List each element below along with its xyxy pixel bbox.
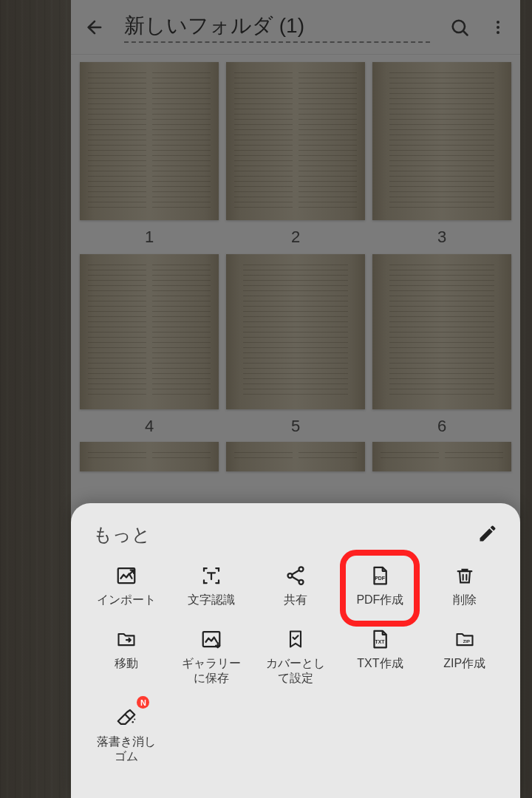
pdf-file-icon: PDF	[366, 563, 393, 588]
page-title[interactable]: 新しいフォルダ (1)	[124, 12, 430, 43]
move-button[interactable]: 移動	[84, 622, 168, 690]
sheet-item-label: 共有	[284, 593, 307, 607]
search-icon[interactable]	[449, 17, 470, 38]
sheet-item-label: ギャラリー に保存	[182, 656, 241, 686]
page-thumbnail	[372, 442, 511, 471]
thumbnail-label: 1	[145, 228, 154, 247]
thumbnail-item[interactable]	[372, 442, 511, 471]
thumbnail-label: 6	[437, 417, 446, 436]
thumbnail-label: 3	[437, 228, 446, 247]
page-thumbnail	[226, 62, 365, 220]
svg-point-7	[299, 580, 303, 584]
ocr-icon	[198, 563, 225, 588]
sheet-item-label: カバーとし て設定	[266, 656, 325, 686]
svg-point-5	[299, 567, 303, 571]
thumbnail-item[interactable]: 5	[226, 254, 365, 436]
sheet-title: もっと	[93, 522, 151, 547]
new-badge: N	[137, 696, 149, 709]
thumbnail-label: 4	[145, 417, 154, 436]
share-icon	[282, 563, 309, 588]
page-thumbnail	[226, 442, 365, 471]
image-download-icon	[198, 627, 225, 652]
txt-create-button[interactable]: TXT TXT作成	[338, 622, 422, 690]
page-thumbnail	[80, 62, 219, 220]
more-vertical-icon[interactable]	[489, 17, 507, 38]
app-header: 新しいフォルダ (1)	[71, 0, 520, 55]
sheet-item-label: 落書き消し ゴム	[97, 734, 156, 764]
page-thumbnail	[226, 254, 365, 409]
thumbnail-item[interactable]: 6	[372, 254, 511, 436]
thumbnail-item[interactable]: 4	[80, 254, 219, 436]
sheet-item-label: PDF作成	[356, 593, 403, 607]
sheet-grid: インポート 文字認識 共有 PDF PDF作成 削除	[71, 553, 520, 774]
svg-point-2	[497, 26, 499, 29]
svg-point-1	[497, 21, 499, 24]
zip-create-button[interactable]: ZIP ZIP作成	[423, 622, 507, 690]
sheet-item-label: ZIP作成	[443, 656, 485, 671]
svg-point-3	[497, 31, 499, 34]
thumbnail-item[interactable]: 3	[372, 62, 511, 247]
thumbnail-item[interactable]	[80, 442, 219, 471]
eraser-button[interactable]: N 落書き消し ゴム	[84, 700, 168, 768]
page-thumbnail	[80, 254, 219, 409]
svg-text:PDF: PDF	[375, 576, 386, 581]
svg-point-6	[287, 573, 292, 578]
back-arrow-icon[interactable]	[84, 17, 105, 38]
thumbnail-item[interactable]: 1	[80, 62, 219, 247]
save-gallery-button[interactable]: ギャラリー に保存	[168, 622, 253, 690]
folder-move-icon	[113, 627, 140, 652]
sheet-header: もっと	[71, 503, 520, 553]
svg-text:TXT: TXT	[375, 639, 386, 644]
import-button[interactable]: インポート	[84, 559, 168, 612]
highlight-annotation	[340, 550, 420, 627]
share-button[interactable]: 共有	[253, 559, 338, 612]
bottom-sheet: もっと インポート 文字認識 共有 PDF	[71, 503, 520, 798]
sheet-item-label: 削除	[453, 593, 477, 607]
thumbnail-label: 2	[291, 228, 300, 247]
page-thumbnail	[372, 254, 511, 409]
sheet-item-label: インポート	[97, 593, 156, 607]
svg-point-0	[453, 20, 465, 32]
svg-point-13	[134, 719, 135, 720]
sheet-item-label: TXT作成	[357, 656, 403, 671]
thumbnail-item[interactable]: 2	[226, 62, 365, 247]
sheet-item-label: 文字認識	[188, 593, 235, 607]
thumbnail-grid: 1 2 3 4 5 6	[71, 55, 520, 479]
edit-pencil-icon[interactable]	[477, 523, 498, 547]
trash-icon	[451, 563, 478, 588]
txt-file-icon: TXT	[366, 627, 393, 652]
thumbnail-label: 5	[291, 417, 300, 436]
sheet-item-label: 移動	[115, 656, 138, 671]
page-thumbnail	[80, 442, 219, 471]
set-cover-button[interactable]: カバーとし て設定	[253, 622, 338, 690]
delete-button[interactable]: 削除	[423, 559, 507, 612]
thumbnail-item[interactable]	[226, 442, 365, 471]
svg-point-12	[132, 721, 134, 723]
svg-text:ZIP: ZIP	[463, 639, 470, 644]
ocr-button[interactable]: 文字認識	[168, 559, 253, 612]
zip-folder-icon: ZIP	[451, 627, 478, 652]
eraser-icon	[113, 705, 140, 730]
page-thumbnail	[372, 62, 511, 220]
import-icon	[113, 563, 140, 588]
bookmark-check-icon	[282, 627, 309, 652]
pdf-create-button[interactable]: PDF PDF作成	[338, 559, 422, 612]
